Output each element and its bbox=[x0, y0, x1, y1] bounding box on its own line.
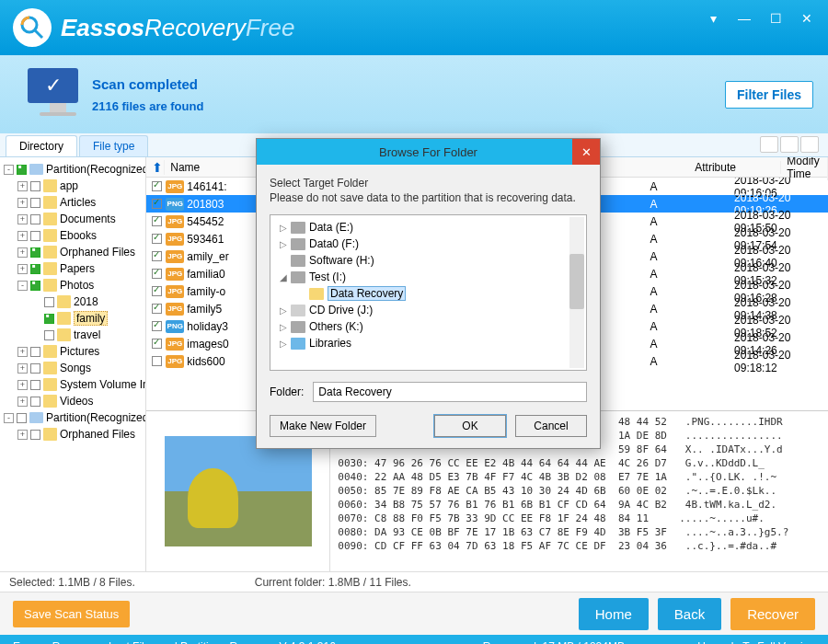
collapse-icon[interactable]: - bbox=[4, 413, 14, 423]
tree-checkbox[interactable] bbox=[30, 214, 40, 224]
tree-checkbox[interactable] bbox=[44, 297, 54, 307]
tree-row[interactable]: +Videos bbox=[2, 393, 144, 409]
tree-checkbox[interactable] bbox=[30, 363, 40, 374]
tree-row[interactable]: +System Volume Informat bbox=[2, 376, 144, 393]
tree-checkbox[interactable] bbox=[30, 430, 40, 440]
save-scan-status-button[interactable]: Save Scan Status bbox=[13, 601, 130, 627]
folder-input[interactable] bbox=[313, 382, 587, 402]
tree-row[interactable]: +Articles bbox=[2, 194, 144, 211]
tree-row[interactable]: +Orphaned Files bbox=[2, 426, 144, 443]
tree-checkbox[interactable] bbox=[30, 281, 40, 291]
tree-checkbox[interactable] bbox=[44, 314, 54, 324]
tree-row[interactable]: -Photos bbox=[2, 277, 144, 293]
expand-icon[interactable]: + bbox=[17, 347, 28, 357]
file-checkbox[interactable] bbox=[152, 269, 162, 279]
view-details-icon[interactable] bbox=[800, 136, 819, 153]
tree-row[interactable]: +Orphaned Files bbox=[2, 244, 144, 260]
expand-icon[interactable]: + bbox=[17, 363, 28, 374]
tree-row[interactable]: -Partition(Recognized)(2 bbox=[2, 409, 144, 426]
tab-filetype[interactable]: File type bbox=[79, 135, 148, 156]
expand-icon[interactable]: + bbox=[17, 264, 28, 274]
folder-tree-scrollbar[interactable] bbox=[569, 217, 584, 368]
tree-row[interactable]: 2018 bbox=[2, 293, 144, 310]
file-checkbox[interactable] bbox=[152, 356, 162, 366]
ok-button[interactable]: OK bbox=[434, 415, 506, 437]
tree-checkbox[interactable] bbox=[30, 264, 40, 274]
expand-icon[interactable]: + bbox=[17, 214, 28, 224]
folder-row[interactable]: ▷Others (K:) bbox=[274, 318, 582, 335]
expand-icon[interactable]: - bbox=[17, 281, 28, 291]
folder-tree[interactable]: ▷Data (E:)▷Data0 (F:)Software (H:)◢Test … bbox=[270, 214, 587, 371]
tree-checkbox[interactable] bbox=[30, 181, 40, 191]
close-button[interactable]: ✕ bbox=[791, 7, 822, 29]
folder-row[interactable]: ▷CD Drive (J:) bbox=[274, 302, 582, 318]
back-button[interactable]: Back bbox=[658, 598, 721, 630]
expand-arrow-icon[interactable]: ◢ bbox=[280, 272, 291, 282]
tree-checkbox[interactable] bbox=[30, 397, 40, 407]
make-new-folder-button[interactable]: Make New Folder bbox=[270, 415, 376, 437]
file-checkbox[interactable] bbox=[152, 304, 162, 314]
recover-button[interactable]: Recover bbox=[730, 598, 815, 630]
file-checkbox[interactable] bbox=[152, 321, 162, 331]
file-checkbox[interactable] bbox=[152, 339, 162, 349]
expand-arrow-icon[interactable]: ▷ bbox=[280, 322, 291, 332]
home-button[interactable]: Home bbox=[579, 598, 649, 630]
tab-directory[interactable]: Directory bbox=[6, 135, 77, 156]
tree-row[interactable]: +Documents bbox=[2, 211, 144, 227]
file-checkbox[interactable] bbox=[152, 181, 162, 191]
tree-row[interactable]: travel bbox=[2, 327, 144, 343]
tree-checkbox[interactable] bbox=[30, 231, 40, 241]
tree-row[interactable]: +Pictures bbox=[2, 343, 144, 360]
expand-icon[interactable]: + bbox=[17, 430, 28, 440]
folder-row[interactable]: Data Recovery bbox=[274, 285, 582, 302]
tree-checkbox[interactable] bbox=[30, 380, 40, 390]
tree-row[interactable]: +Ebooks bbox=[2, 227, 144, 244]
file-checkbox[interactable] bbox=[152, 216, 162, 226]
tree-checkbox[interactable] bbox=[17, 165, 27, 175]
folder-row[interactable]: ◢Test (I:) bbox=[274, 269, 582, 285]
file-checkbox[interactable] bbox=[152, 286, 162, 296]
tree-checkbox[interactable] bbox=[17, 413, 27, 423]
maximize-button[interactable]: ☐ bbox=[760, 7, 791, 29]
directory-tree[interactable]: -Partition(Recognized)(0+app+Articles+Do… bbox=[0, 157, 146, 571]
file-checkbox[interactable] bbox=[152, 251, 162, 261]
view-list-icon[interactable] bbox=[780, 136, 799, 153]
expand-arrow-icon[interactable]: ▷ bbox=[280, 339, 291, 349]
folder-row[interactable]: ▷Libraries bbox=[274, 335, 582, 351]
expand-arrow-icon[interactable]: ▷ bbox=[280, 239, 291, 249]
expand-arrow-icon[interactable]: ▷ bbox=[280, 305, 291, 316]
file-checkbox[interactable] bbox=[152, 234, 162, 244]
collapse-icon[interactable]: - bbox=[4, 165, 14, 175]
expand-icon[interactable]: + bbox=[17, 380, 28, 390]
col-attribute[interactable]: Attribute bbox=[689, 161, 781, 174]
dialog-close-button[interactable]: ✕ bbox=[572, 139, 600, 165]
tree-row[interactable]: +app bbox=[2, 178, 144, 194]
view-thumbnails-icon[interactable] bbox=[760, 136, 778, 153]
up-folder-icon[interactable]: ⬆ bbox=[146, 160, 165, 175]
file-checkbox[interactable] bbox=[152, 199, 162, 209]
tree-row[interactable]: +Songs bbox=[2, 360, 144, 376]
upgrade-link[interactable]: Upgrade To Full Version bbox=[697, 640, 815, 645]
minimize-button[interactable]: — bbox=[729, 7, 760, 29]
tree-checkbox[interactable] bbox=[44, 330, 54, 340]
tree-row[interactable]: +Papers bbox=[2, 260, 144, 277]
cancel-button[interactable]: Cancel bbox=[515, 415, 587, 437]
filter-files-button[interactable]: Filter Files bbox=[725, 81, 813, 109]
tree-checkbox[interactable] bbox=[30, 347, 40, 357]
tree-checkbox[interactable] bbox=[30, 198, 40, 208]
menu-icon[interactable]: ▾ bbox=[697, 7, 729, 29]
expand-icon[interactable]: + bbox=[17, 198, 28, 208]
expand-arrow-icon[interactable]: ▷ bbox=[280, 223, 291, 233]
scrollbar-thumb[interactable] bbox=[569, 254, 584, 309]
expand-icon[interactable]: + bbox=[17, 231, 28, 241]
folder-row[interactable]: ▷Data (E:) bbox=[274, 219, 582, 236]
folder-row[interactable]: Software (H:) bbox=[274, 252, 582, 269]
col-modify-time[interactable]: Modify Time bbox=[781, 155, 828, 180]
dialog-title-bar[interactable]: Browse For Folder ✕ bbox=[257, 139, 600, 165]
expand-icon[interactable]: + bbox=[17, 247, 28, 258]
tree-checkbox[interactable] bbox=[30, 247, 40, 258]
tree-row[interactable]: family bbox=[2, 310, 144, 327]
tree-row[interactable]: -Partition(Recognized)(0 bbox=[2, 161, 144, 178]
folder-row[interactable]: ▷Data0 (F:) bbox=[274, 236, 582, 252]
expand-icon[interactable]: + bbox=[17, 397, 28, 407]
